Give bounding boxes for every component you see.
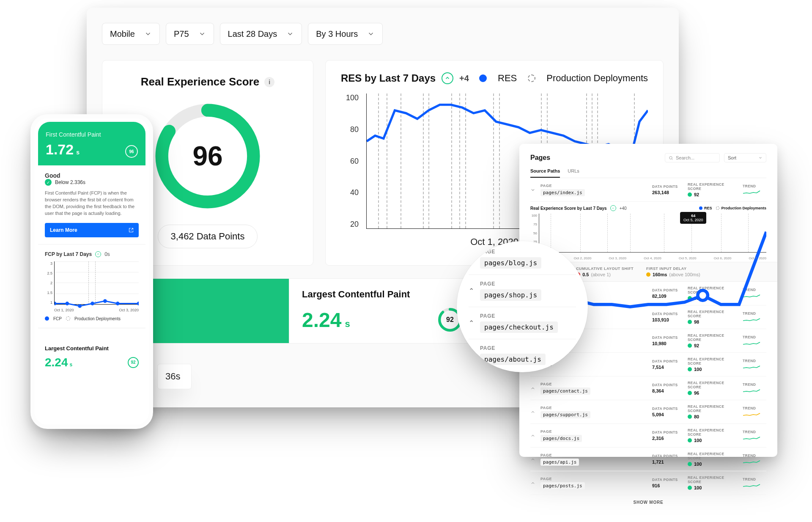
phone-chart-title-row: FCP by Last 7 Days 0s <box>45 251 139 257</box>
chevron-up-icon <box>530 457 535 462</box>
pages-search[interactable]: Search... <box>665 153 720 162</box>
res-score-title: Real Experience Score <box>141 75 259 88</box>
lens-page: pages/blog.js <box>480 257 541 269</box>
phone-fcp-unit: s <box>76 149 80 156</box>
arrow-up-icon <box>442 72 453 84</box>
svg-point-12 <box>137 302 139 305</box>
chevron-up-icon <box>530 481 535 486</box>
range-select[interactable]: Last 28 Days <box>220 23 302 45</box>
ytick: 1.5 <box>45 291 52 295</box>
tooltip-value: 64 <box>683 214 703 218</box>
phone-chart: 3 2.5 2 1.5 1 <box>45 261 139 312</box>
device-select-value: Mobile <box>110 29 135 39</box>
phone-mock: First Contentful Paint 1.72 s 96 Good ✓ … <box>30 114 153 429</box>
xtick: Oct 4, 2020 <box>644 256 661 260</box>
status-dot-icon <box>688 486 692 490</box>
page-path: pages/api.js <box>540 459 579 466</box>
chevron-up-icon <box>530 409 535 415</box>
xtick: Oct 6, 2020 <box>714 256 731 260</box>
phone-lcp-unit: s <box>70 362 73 368</box>
ytick: 60 <box>341 157 359 166</box>
phone-lcp-ring: 92 <box>128 357 139 368</box>
svg-line-14 <box>672 159 672 159</box>
phone-fcp-value: 1.72 <box>46 141 74 158</box>
page-path: pages/posts.js <box>540 482 585 489</box>
svg-point-10 <box>103 299 107 303</box>
pages-sort[interactable]: Sort <box>724 153 766 162</box>
ytick: 80 <box>341 125 359 134</box>
check-icon: ✓ <box>45 179 52 186</box>
pages-tabs: Source Paths URLs <box>530 168 766 178</box>
chevron-down-icon <box>286 30 294 38</box>
col-page-label: PAGE <box>540 477 647 481</box>
lens-row[interactable]: ⌃ PAGEpages/shop.js <box>469 275 576 307</box>
arrow-up-icon <box>610 205 616 211</box>
chevron-down-icon <box>367 30 375 38</box>
page-res: 100 <box>694 485 702 490</box>
bucket-select[interactable]: By 3 Hours <box>308 23 383 45</box>
device-select[interactable]: Mobile <box>102 23 160 45</box>
percentile-select-value: P75 <box>174 29 189 39</box>
xtick: Oct 2, 2020 <box>574 256 591 260</box>
legend-label-deploy: Production Deployments <box>546 73 648 84</box>
range-select-value: Last 28 Days <box>228 29 277 39</box>
search-icon <box>669 156 673 160</box>
learn-more-label: Learn More <box>50 227 77 233</box>
lens-page: pages/shop.js <box>480 289 541 301</box>
col-page-label: PAGE <box>540 184 647 188</box>
lens-row[interactable]: ⌃ PAGEpages/checkout.js <box>469 307 576 339</box>
status-dot-icon <box>688 192 692 197</box>
svg-point-9 <box>91 302 94 305</box>
svg-point-6 <box>55 302 56 305</box>
inline-chart-delta: +40 <box>620 206 627 211</box>
trend-sparkline <box>743 190 766 195</box>
external-link-icon <box>129 228 134 233</box>
metric-lcp-value: 2.24 <box>302 308 341 332</box>
col-trend-label: TREND <box>743 453 766 458</box>
learn-more-button[interactable]: Learn More <box>45 223 139 237</box>
pages-sort-label: Sort <box>728 155 736 160</box>
magnifier-lens: ⌃ PAGEpages/blog.js ⌃ PAGEpages/shop.js … <box>457 241 588 372</box>
metric-lcp[interactable]: Largest Contentful Paint 2.24 s 92 <box>289 279 476 343</box>
ytick: 2 <box>45 281 52 285</box>
xtick: Oct 7, 2020 <box>749 256 766 260</box>
lens-page: pages/checkout.js <box>480 321 558 333</box>
chevron-up-icon: ⌃ <box>469 287 474 295</box>
percentile-select[interactable]: P75 <box>166 23 214 45</box>
legend-label: Production Deployments <box>721 206 766 210</box>
col-res-label: REAL EXPERIENCE SCORE <box>688 452 738 460</box>
page-row[interactable]: PAGEpages/posts.jsDATA POINTS916REAL EXP… <box>530 471 766 495</box>
chevron-up-icon <box>530 433 535 438</box>
col-dp-label: DATA POINTS <box>652 184 683 189</box>
inline-chart-header: Real Experience Score by Last 7 Days +40… <box>530 205 766 211</box>
col-page-label: PAGE <box>540 453 647 457</box>
metric-lcp-unit: s <box>345 319 350 330</box>
page-row[interactable]: PAGEpages/api.jsDATA POINTS1,721REAL EXP… <box>530 448 766 471</box>
res-chart-yaxis: 100 80 60 40 20 <box>341 93 359 229</box>
res-chart-title: RES by Last 7 Days <box>341 72 436 84</box>
page-res: 92 <box>694 192 699 197</box>
chevron-down-icon <box>198 30 206 38</box>
col-dp-label: DATA POINTS <box>652 478 683 482</box>
show-more-button[interactable]: SHOW MORE <box>530 495 766 506</box>
ytick: 50 <box>530 231 537 235</box>
filter-bar: Mobile P75 Last 28 Days By 3 Hours <box>102 23 664 45</box>
phone-good-label: Good <box>45 172 139 179</box>
lens-label: PAGE <box>480 281 541 287</box>
tab-source-paths[interactable]: Source Paths <box>530 168 560 178</box>
arrow-up-icon <box>95 251 101 257</box>
data-points-pill: 3,462 Data Points <box>158 225 258 248</box>
tab-urls[interactable]: URLs <box>568 168 579 178</box>
page-row-expanded[interactable]: PAGE pages/index.js DATA POINTS 263,148 … <box>530 178 766 202</box>
phone-chart-title: FCP by Last 7 Days <box>45 251 92 257</box>
chevron-up-icon <box>530 386 535 391</box>
col-res-label: REAL EXPERIENCE SCORE <box>688 475 738 484</box>
tooltip-date: Oct 5, 2020 <box>683 218 703 222</box>
inline-chart-title: Real Experience Score by Last 7 Days <box>530 206 607 211</box>
info-icon[interactable]: i <box>264 77 274 87</box>
overlay-36s: 36s <box>157 364 192 389</box>
chevron-down-icon <box>144 30 152 38</box>
svg-point-15 <box>698 291 708 301</box>
chevron-down-icon <box>530 187 535 192</box>
phone-chart-delta: 0s <box>104 251 110 257</box>
